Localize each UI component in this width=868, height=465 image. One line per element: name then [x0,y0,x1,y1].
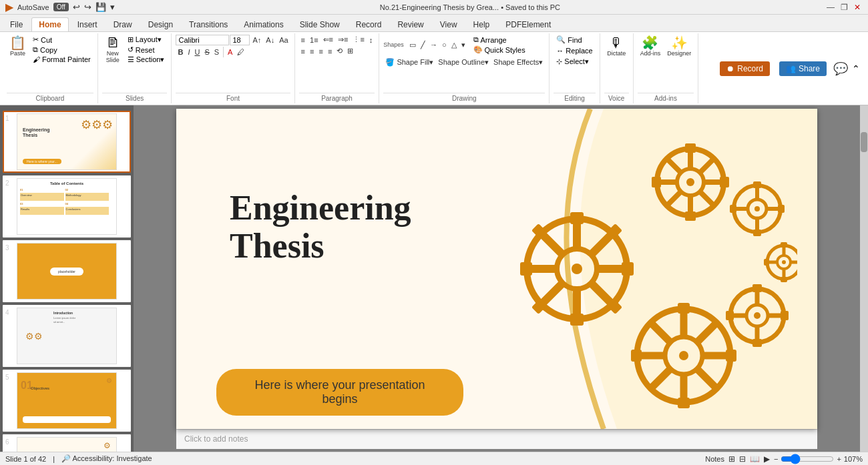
tab-home[interactable]: Home [31,17,68,31]
notes-btn[interactable]: Notes [705,455,724,463]
tab-file[interactable]: File [3,17,30,31]
slide-panel: 1 EngineeringThesis ⚙⚙⚙ Here is where yo… [0,105,134,452]
window-restore-btn[interactable]: ❐ [839,2,849,13]
bold-btn[interactable]: B [176,47,185,57]
align-left-btn[interactable]: ≡ [299,47,307,56]
normal-view-btn[interactable]: ⊞ [728,454,735,464]
select-btn[interactable]: ⊹Select▾ [554,57,592,67]
share-button[interactable]: 👥 Share [779,61,827,76]
reset-btn[interactable]: ↺Reset [125,45,168,55]
window-close-btn[interactable]: ✕ [852,2,863,13]
more-tools-btn[interactable]: ▾ [110,2,115,12]
zoom-slider[interactable]: − + 107% [774,454,863,464]
font-family-input[interactable] [176,35,229,45]
decrease-font-btn[interactable]: A↓ [264,35,276,45]
text-direction-btn[interactable]: ⟲ [335,46,345,56]
ribbon-collapse-btn[interactable]: ⌃ [852,63,860,74]
slide-thumb-1[interactable]: 1 EngineeringThesis ⚙⚙⚙ Here is where yo… [3,111,131,173]
tab-pdfelement[interactable]: PDFElement [498,17,558,31]
shape-rect[interactable]: ▭ [407,40,418,50]
redo-btn[interactable]: ↪ [84,2,91,12]
zoom-range[interactable] [781,454,834,464]
slideshow-btn[interactable]: ▶ [764,454,770,464]
addins-btn[interactable]: 🧩 Add-ins [638,35,664,58]
layout-btn[interactable]: ⊞Layout▾ [125,35,168,45]
clear-format-btn[interactable]: Aa [277,35,290,45]
slide-canvas[interactable]: Engineering Thesis Here is where your pr… [176,109,817,429]
smart-art-btn[interactable]: ⊞ [345,46,355,56]
arrange-btn[interactable]: ⧉Arrange [471,35,528,45]
shadow-btn[interactable]: S [212,47,221,57]
increase-indent-btn[interactable]: ⇒≡ [336,35,350,45]
paste-btn[interactable]: 📋 Paste [7,35,29,58]
align-right-btn[interactable]: ≡ [316,47,324,56]
slide-thumb-6[interactable]: 6 The Slide Title Goes Here! ⚙ [3,434,131,452]
window-minimize-btn[interactable]: — [825,2,836,13]
slide-sorter-btn[interactable]: ⊟ [739,454,746,464]
font-size-input[interactable] [230,35,250,45]
shape-more[interactable]: ▾ [459,40,467,50]
notes-area[interactable]: Click to add notes [176,429,817,449]
zoom-in-icon[interactable]: + [837,455,841,463]
new-slide-icon: 🖹 [106,36,120,49]
slide-thumb-3[interactable]: 3 placeholder [3,240,131,302]
shape-oval[interactable]: ○ [440,40,449,50]
slide-subtitle[interactable]: Here is where your presentation begins [216,369,463,416]
zoom-out-icon[interactable]: − [774,455,778,463]
autosave-toggle[interactable]: Off [53,3,69,11]
record-button[interactable]: ⏺ Record [720,61,770,76]
line-spacing-btn[interactable]: ↕ [367,35,375,45]
tab-insert[interactable]: Insert [70,17,105,31]
replace-btn[interactable]: ↔Replace [554,46,595,55]
slide-thumb-4[interactable]: 4 ⚙⚙ Introduction Lorem ipsum dolorsit a… [3,305,131,367]
tab-draw[interactable]: Draw [106,17,140,31]
tab-help[interactable]: Help [466,17,497,31]
increase-font-btn[interactable]: A↑ [250,35,263,45]
slide-title[interactable]: Engineering Thesis [230,189,411,265]
format-painter-btn[interactable]: 🖌Format Painter [30,55,93,64]
slide-thumb-5[interactable]: 5 01 Objectives ⚙ [3,370,131,432]
save-btn[interactable]: 💾 [95,2,106,12]
vertical-scrollbar[interactable] [860,105,868,452]
notes-placeholder: Click to add notes [184,434,248,444]
strikethrough-btn[interactable]: S [202,47,211,57]
dictate-btn[interactable]: 🎙 Dictate [604,35,628,58]
highlight-btn[interactable]: 🖊 [235,47,246,57]
font-color-btn[interactable]: A [226,47,234,57]
italic-btn[interactable]: I [186,47,192,57]
tab-animations[interactable]: Animations [236,17,290,31]
cut-btn[interactable]: ✂Cut [30,35,93,45]
section-btn[interactable]: ☰Section▾ [125,55,168,65]
justify-btn[interactable]: ≡ [326,47,334,56]
shape-fill-btn[interactable]: 🪣 Shape Fill▾ [383,57,435,67]
align-center-btn[interactable]: ≡ [308,47,316,56]
tab-record[interactable]: Record [349,17,389,31]
undo-btn[interactable]: ↩ [73,2,80,12]
numbering-btn[interactable]: 1≡ [308,35,320,45]
quick-styles-btn[interactable]: 🎨Quick Styles [471,45,528,55]
underline-btn[interactable]: U [192,47,202,57]
decrease-indent-btn[interactable]: ⇐≡ [321,35,335,45]
tab-transitions[interactable]: Transitions [182,17,235,31]
new-slide-btn[interactable]: 🖹 NewSlide [102,35,124,65]
comments-btn[interactable]: 💬 [833,61,848,76]
shape-line[interactable]: ╱ [419,40,427,50]
shape-tri[interactable]: △ [449,40,459,50]
shape-effects-btn[interactable]: Shape Effects▾ [491,57,545,67]
slide-info: Slide 1 of 42 [5,455,46,463]
reading-view-btn[interactable]: 📖 [750,454,760,464]
zoom-level[interactable]: 107% [844,455,863,463]
tab-view[interactable]: View [433,17,465,31]
columns-btn[interactable]: ⋮≡ [351,35,366,45]
find-btn[interactable]: 🔍Find [554,35,584,45]
accessibility-label[interactable]: 🔎 Accessibility: Investigate [61,454,152,463]
shape-outline-btn[interactable]: Shape Outline▾ [436,57,491,67]
slide-thumb-2[interactable]: 2 Table of Contents 01 02 Overview Metho… [3,175,131,238]
tab-slideshow[interactable]: Slide Show [292,17,347,31]
tab-design[interactable]: Design [141,17,180,31]
designer-btn[interactable]: ✨ Designer [664,35,694,58]
bullets-btn[interactable]: ≡ [299,35,307,45]
shape-arrow[interactable]: → [428,40,439,50]
copy-btn[interactable]: ⧉Copy [30,45,93,55]
tab-review[interactable]: Review [390,17,431,31]
